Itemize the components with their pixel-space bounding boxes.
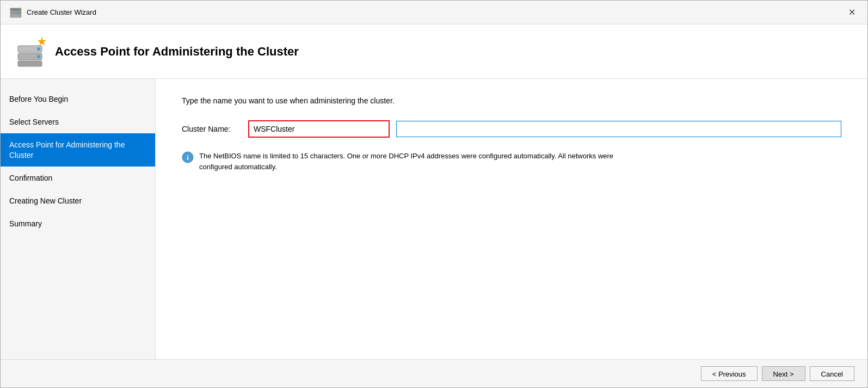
svg-rect-10 [18,61,42,66]
header-section: Access Point for Administering the Clust… [1,24,867,79]
sidebar-item-select-servers[interactable]: Select Servers [1,110,155,133]
svg-text:i: i [187,153,189,162]
svg-rect-2 [10,15,21,17]
header-server-icon [14,36,46,67]
info-text: The NetBIOS name is limited to 15 charac… [199,151,628,172]
cluster-name-input-highlighted[interactable] [248,120,390,138]
cancel-button[interactable]: Cancel [810,366,854,381]
content-area: Type the name you want to use when admin… [156,79,867,359]
page-title: Access Point for Administering the Clust… [55,45,299,59]
sidebar-item-access-point[interactable]: Access Point for Administering the Clust… [1,133,155,166]
footer: < Previous Next > Cancel [1,359,867,387]
title-bar: Create Cluster Wizard ✕ [1,1,867,24]
cluster-name-row: Cluster Name: [182,120,841,138]
svg-point-9 [37,55,40,58]
window-title: Create Cluster Wizard [27,8,96,16]
main-content: Before You Begin Select Servers Access P… [1,79,867,359]
wizard-icon [9,6,22,19]
cluster-name-input-extended[interactable] [396,121,841,137]
sidebar-item-confirmation[interactable]: Confirmation [1,167,155,189]
content-description: Type the name you want to use when admin… [182,96,841,105]
header-icon [14,36,46,67]
sidebar: Before You Begin Select Servers Access P… [1,79,156,359]
title-bar-left: Create Cluster Wizard [9,6,96,19]
sidebar-item-summary[interactable]: Summary [1,212,155,235]
create-cluster-wizard: Create Cluster Wizard ✕ Access Point for… [0,0,868,388]
svg-point-7 [37,47,40,51]
previous-button[interactable]: < Previous [701,366,758,381]
next-button[interactable]: Next > [762,366,805,381]
close-button[interactable]: ✕ [845,7,859,18]
cluster-name-label: Cluster Name: [182,125,242,133]
sidebar-item-before-you-begin[interactable]: Before You Begin [1,88,155,110]
svg-point-4 [19,12,20,14]
svg-marker-11 [38,37,46,46]
sidebar-item-creating-new-cluster[interactable]: Creating New Cluster [1,189,155,212]
info-icon: i [182,151,194,163]
info-box: i The NetBIOS name is limited to 15 char… [182,151,628,172]
